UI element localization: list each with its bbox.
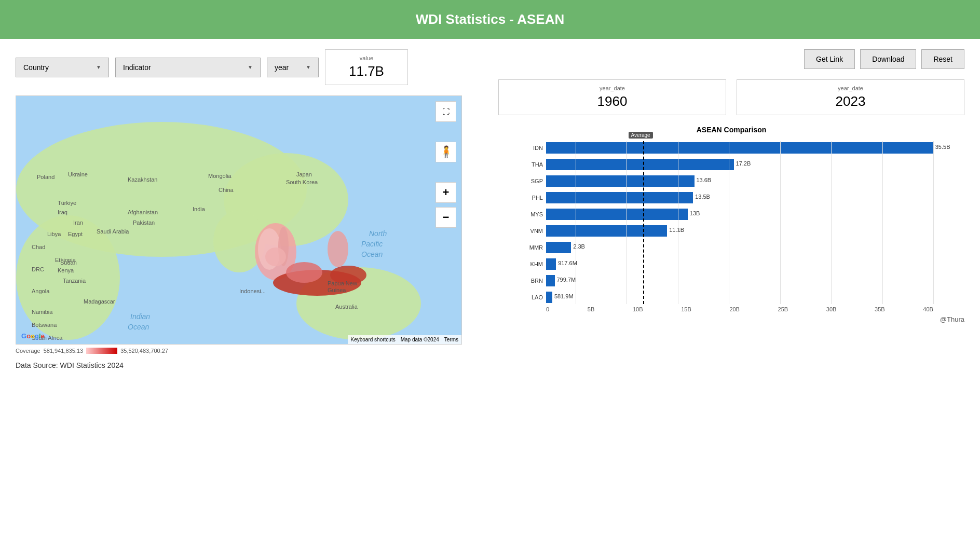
right-panel: Get Link Download Reset year_date 1960 y… (493, 49, 964, 369)
bar-row: LAO581.9M (524, 291, 933, 304)
bar-fill (546, 159, 734, 170)
left-panel: Country ▼ Indicator ▼ year ▼ value 11.7B (16, 49, 483, 369)
indicator-dropdown[interactable]: Indicator ▼ (115, 58, 261, 77)
terms-link[interactable]: Terms (444, 337, 458, 342)
x-axis-label: 25B (778, 306, 788, 312)
bar-value-label: 917.6M (558, 260, 577, 266)
bar-country-label: BRN (524, 278, 543, 284)
download-button[interactable]: Download (860, 49, 916, 69)
svg-text:Iran: Iran (73, 219, 83, 226)
svg-text:Botswana: Botswana (32, 322, 57, 328)
value-label: value (338, 55, 395, 61)
bar-country-label: SGP (524, 178, 543, 184)
year-arrow-icon: ▼ (306, 64, 311, 70)
coverage-max: 35,520,483,700.27 (120, 348, 168, 354)
svg-text:Papua New: Papua New (328, 280, 357, 286)
svg-text:Ethiopia: Ethiopia (55, 257, 76, 263)
svg-text:Indian: Indian (130, 312, 150, 321)
reset-button[interactable]: Reset (921, 49, 964, 69)
bar-fill (546, 175, 695, 187)
bar-track: 581.9M (546, 292, 933, 303)
svg-text:Afghanistan: Afghanistan (128, 209, 158, 215)
data-source-text: Data Source: WDI Statistics 2024 (16, 361, 124, 369)
coverage-gradient (86, 348, 117, 354)
map-container[interactable]: Poland Ukraine Kazakhstan Mongolia Türki… (16, 95, 462, 345)
svg-text:Ukraine: Ukraine (68, 171, 88, 177)
bar-fill (546, 192, 693, 203)
year-dropdown[interactable]: year ▼ (267, 58, 319, 77)
svg-text:China: China (219, 187, 234, 193)
x-axis-label: 30B (826, 306, 837, 312)
bar-value-label: 13.5B (695, 194, 710, 200)
svg-text:Iraq: Iraq (58, 209, 67, 215)
fullscreen-button[interactable]: ⛶ (435, 101, 456, 122)
bar-row: SGP13.6B (524, 174, 933, 188)
zoom-out-button[interactable]: − (435, 207, 456, 228)
svg-text:Saudi Arabia: Saudi Arabia (97, 228, 129, 235)
bar-value-label: 2.3B (573, 243, 585, 250)
bar-fill (546, 292, 552, 303)
bar-track: 35.5B (546, 142, 933, 154)
bar-fill (546, 258, 556, 270)
x-axis-label: 10B (633, 306, 643, 312)
x-axis-label: 15B (681, 306, 691, 312)
bar-row: MMR2.3B (524, 241, 933, 254)
svg-text:Libya: Libya (47, 231, 61, 237)
bar-fill (546, 275, 555, 286)
coverage-min: 581,941,835.13 (44, 348, 83, 354)
svg-text:Kenya: Kenya (58, 267, 74, 273)
bar-value-label: 11.1B (669, 227, 684, 233)
svg-text:Japan: Japan (296, 171, 312, 177)
chart-title: ASEAN Comparison (498, 126, 964, 134)
zoom-in-button[interactable]: + (435, 182, 456, 203)
thura-credit: @Thura (498, 315, 964, 323)
svg-text:South Korea: South Korea (286, 179, 318, 185)
year-label: year (275, 63, 289, 72)
x-axis-label: 35B (875, 306, 885, 312)
indicator-label: Indicator (123, 63, 151, 72)
svg-text:Angola: Angola (32, 288, 50, 294)
bar-country-label: MYS (524, 211, 543, 217)
year-boxes: year_date 1960 year_date 2023 (498, 79, 964, 115)
map-controls: ⛶ 🧍 + − (435, 101, 456, 228)
bar-track: 13.5B (546, 192, 933, 203)
svg-text:Pacific: Pacific (361, 240, 383, 248)
svg-text:Guinea: Guinea (328, 287, 346, 293)
action-buttons: Get Link Download Reset (498, 49, 964, 69)
svg-text:Mongolia: Mongolia (208, 173, 232, 179)
year-start-label: year_date (514, 85, 710, 91)
country-dropdown[interactable]: Country ▼ (16, 58, 109, 77)
svg-text:Egypt: Egypt (68, 231, 83, 237)
bar-row: BRN799.7M (524, 274, 933, 287)
chart-section: ASEAN Comparison IDN35.5BTHA17.2BSGP13.6… (498, 126, 964, 312)
svg-text:North: North (369, 229, 387, 238)
bar-row: IDN35.5B (524, 141, 933, 155)
bar-country-label: THA (524, 161, 543, 168)
google-logo: Google (21, 332, 45, 340)
x-axis: 05B10B15B20B25B30B35B40B (524, 306, 933, 312)
country-label: Country (23, 63, 49, 72)
svg-text:Namibia: Namibia (32, 309, 53, 315)
value-box: value 11.7B (325, 49, 408, 85)
bar-value-label: 581.9M (554, 293, 574, 299)
year-end-value: 2023 (753, 93, 948, 109)
map-footer: Coverage 581,941,835.13 35,520,483,700.2… (16, 348, 483, 354)
bar-track: 11.1B (546, 225, 933, 237)
x-axis-label: 40B (923, 306, 933, 312)
streetview-button[interactable]: 🧍 (435, 142, 456, 162)
x-axis-label: 0 (546, 306, 549, 312)
bar-track: 17.2B (546, 159, 933, 170)
bar-row: MYS13B (524, 208, 933, 221)
svg-point-13 (265, 248, 286, 266)
bar-track: 13B (546, 209, 933, 220)
coverage-label: Coverage (16, 348, 40, 354)
map-svg: Poland Ukraine Kazakhstan Mongolia Türki… (16, 96, 462, 345)
bar-value-label: 17.2B (736, 160, 751, 167)
get-link-button[interactable]: Get Link (804, 49, 855, 69)
bar-value-label: 799.7M (557, 277, 576, 283)
keyboard-shortcuts[interactable]: Keyboard shortcuts (351, 337, 396, 342)
bar-value-label: 13.6B (696, 177, 711, 183)
bar-country-label: KHM (524, 261, 543, 267)
year-end-box: year_date 2023 (737, 79, 964, 115)
svg-text:Australia: Australia (335, 304, 358, 310)
